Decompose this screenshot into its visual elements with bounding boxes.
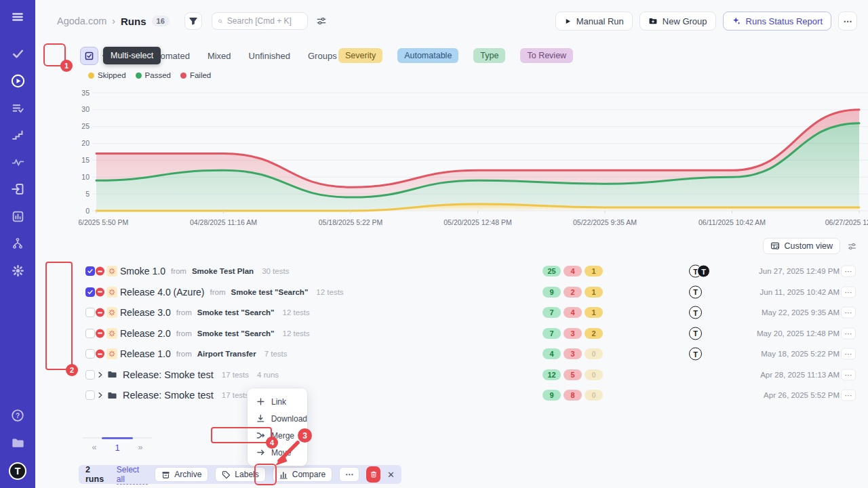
menu-item-link[interactable]: Link [248, 393, 307, 410]
run-burst-icon [106, 348, 117, 359]
group-title: Release: Smoke test 17 tests 4 runs [123, 369, 279, 380]
runs-status-report-button[interactable]: Runs Status Report [723, 12, 831, 30]
user-avatar[interactable]: T [9, 462, 26, 480]
group-row[interactable]: Release: Smoke test 17 tests 4 runs 12 5… [46, 365, 857, 386]
plan-name[interactable]: Smoke test "Search" [231, 288, 309, 296]
run-row[interactable]: Release 1.0 from Airport Transfer 7 test… [46, 344, 857, 365]
run-name[interactable]: Release 3.0 [120, 307, 171, 318]
plan-name[interactable]: Smoke Test Plan [192, 267, 254, 275]
tests-count: 30 tests [262, 267, 289, 275]
row-checkbox[interactable] [85, 266, 95, 276]
test-plans-icon[interactable] [10, 100, 25, 115]
failed-badge: 2 [564, 287, 582, 298]
row-checkbox[interactable] [85, 370, 95, 380]
run-name[interactable]: Release 2.0 [120, 328, 171, 339]
row-more-button[interactable]: ⋯ [841, 307, 856, 319]
search-settings-sliders-icon[interactable] [316, 16, 327, 26]
run-name[interactable]: Release 4.0 (Azure) [120, 287, 205, 298]
run-row[interactable]: Release 4.0 (Azure) from Smoke test "Sea… [46, 282, 857, 303]
pagination-prev[interactable]: « [83, 443, 106, 453]
runs-play-icon[interactable] [10, 73, 25, 88]
row-more-button[interactable]: ⋯ [841, 286, 856, 298]
branches-icon[interactable] [10, 236, 25, 251]
skipped-badge: 2 [585, 328, 603, 339]
assignee-avatars: TT [689, 265, 710, 278]
delete-button[interactable] [366, 466, 380, 483]
plan-name[interactable]: Smoke test "Search" [197, 329, 275, 338]
run-row[interactable]: Release 2.0 from Smoke test "Search" 12 … [46, 323, 857, 344]
run-row[interactable]: Smoke 1.0 from Smoke Test Plan 30 tests … [46, 261, 857, 282]
row-checkbox[interactable] [85, 329, 95, 338]
search-box[interactable] [212, 12, 308, 30]
multi-select-button[interactable] [80, 47, 98, 65]
new-group-button[interactable]: New Group [639, 12, 716, 30]
group-name[interactable]: Release: Smoke test [123, 369, 214, 380]
failed-badge: 4 [564, 266, 582, 277]
manual-run-button[interactable]: Manual Run [555, 12, 633, 30]
custom-view-button[interactable]: Custom view [763, 238, 840, 254]
menu-icon[interactable] [10, 9, 25, 24]
group-folder-icon [106, 390, 117, 401]
row-more-button[interactable]: ⋯ [841, 348, 856, 360]
passed-badge: 12 [542, 369, 561, 380]
table-settings-sliders-icon[interactable] [847, 241, 857, 251]
compare-button[interactable]: Compare [273, 467, 332, 482]
analytics-report-icon[interactable] [10, 209, 25, 224]
search-icon [218, 17, 223, 26]
pagination-next[interactable]: » [129, 443, 152, 453]
plan-name[interactable]: Airport Transfer [197, 350, 256, 358]
tag-filter-to-review[interactable]: To Review [520, 48, 573, 63]
plan-name[interactable]: Smoke test "Search" [197, 308, 275, 317]
skipped-badge: 1 [585, 287, 603, 298]
expand-chevron-icon[interactable] [96, 390, 105, 400]
labels-button[interactable]: Labels [215, 467, 265, 482]
run-date: May 22, 2025 9:35 AM [762, 308, 840, 317]
row-more-button[interactable]: ⋯ [841, 266, 856, 277]
menu-item-move[interactable]: Move [248, 444, 307, 461]
row-more-button[interactable]: ⋯ [841, 369, 856, 380]
header-more-button[interactable]: ⋯ [838, 12, 857, 30]
search-input[interactable] [227, 16, 302, 26]
row-checkbox[interactable] [85, 349, 95, 359]
filter-button[interactable] [184, 12, 202, 30]
run-name[interactable]: Smoke 1.0 [120, 266, 165, 277]
expand-chevron-icon[interactable] [96, 370, 105, 380]
breadcrumb-project[interactable]: Agoda.com [57, 16, 106, 26]
group-row[interactable]: Release: Smoke test 17 tests 7 runs 9 8 … [46, 385, 857, 406]
row-checkbox[interactable] [85, 308, 95, 317]
pulse-activity-icon[interactable] [10, 155, 25, 169]
filter-tab-unfinished[interactable]: Unfinished [249, 51, 290, 61]
close-bulk-bar-button[interactable]: ✕ [387, 470, 395, 480]
archive-button[interactable]: Archive [155, 467, 208, 482]
tag-filter-severity[interactable]: Severity [338, 48, 382, 63]
row-checkbox[interactable] [85, 390, 95, 400]
group-name[interactable]: Release: Smoke test [123, 390, 214, 401]
tag-filter-type[interactable]: Type [473, 48, 505, 63]
menu-item-download[interactable]: Download [248, 410, 307, 427]
projects-folder-icon[interactable] [10, 435, 25, 450]
run-name[interactable]: Release 1.0 [120, 348, 171, 359]
menu-item-merge[interactable]: Merge [248, 427, 307, 444]
select-all-link[interactable]: Select all [117, 465, 149, 485]
help-icon[interactable]: ? [10, 408, 25, 423]
failed-badge: 5 [564, 369, 582, 380]
import-signin-icon[interactable] [10, 182, 25, 197]
passed-badge: 9 [542, 390, 561, 401]
bulk-more-button[interactable]: ⋯ [339, 467, 359, 482]
tests-check-icon[interactable] [10, 46, 25, 61]
row-more-button[interactable]: ⋯ [841, 390, 856, 401]
row-checkbox[interactable] [85, 287, 95, 297]
row-more-button[interactable]: ⋯ [841, 327, 856, 339]
avatar: T [689, 348, 702, 361]
filter-tab-groups[interactable]: Groups [308, 51, 337, 61]
filter-tab-mixed[interactable]: Mixed [208, 51, 231, 61]
svg-text:25: 25 [81, 122, 90, 130]
settings-gear-icon[interactable] [10, 263, 25, 278]
svg-text:5: 5 [85, 190, 90, 198]
run-burst-icon [106, 328, 117, 339]
tag-filter-automatable[interactable]: Automatable [397, 48, 458, 63]
compare-chart-icon [279, 470, 288, 479]
run-row[interactable]: Release 3.0 from Smoke test "Search" 12 … [46, 302, 857, 323]
pagination-page-1[interactable]: 1 [106, 443, 129, 453]
milestones-steps-icon[interactable] [10, 127, 25, 142]
